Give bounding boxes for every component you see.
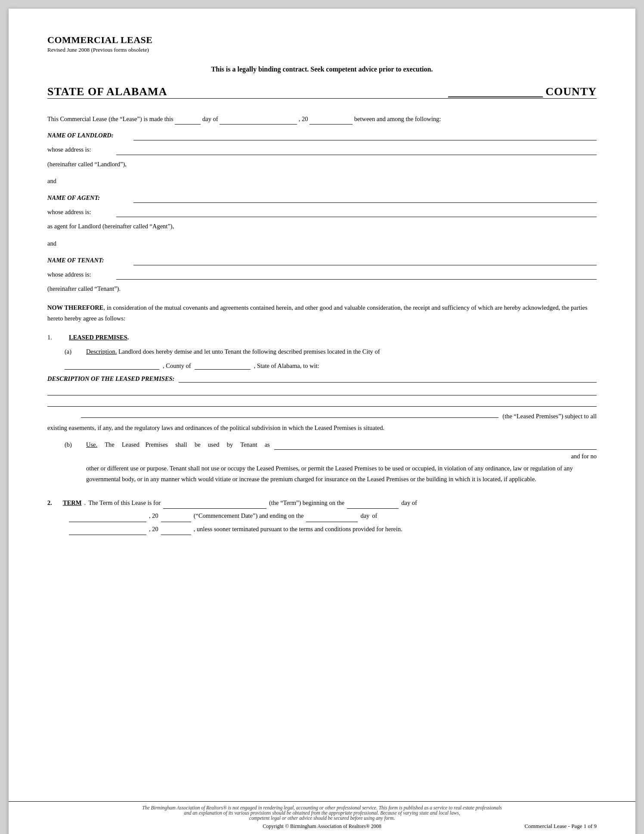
footer-disclaimer3: competent legal or other advice should b… [47, 815, 597, 821]
desc-label-row: DESCRIPTION OF THE LEASED PREMISES: [47, 374, 597, 383]
footer-page-num: Commercial Lease - Page 1 of 9 [525, 823, 597, 830]
city-county-state-row: , County of , State of Alabama, to wit: [47, 361, 597, 370]
now-therefore: NOW THEREFORE, in consideration of the m… [47, 302, 597, 324]
day-blank[interactable] [175, 114, 201, 124]
landlord-address-label: whose address is: [47, 145, 116, 155]
section2-period: . [84, 497, 86, 509]
agent-address-label: whose address is: [47, 207, 116, 217]
footer-disclaimer1: The Birmingham Association of Realtors® … [47, 805, 597, 810]
leased-premises-note-row: (the “Leased Premises”) subject to all [47, 409, 597, 421]
desc-blank-line1[interactable] [47, 387, 597, 395]
state-alabama-label: , State of Alabama, to wit: [254, 362, 319, 370]
document-page: COMMERCIAL LEASE Revised June 2008 (Prev… [9, 9, 635, 834]
landlord-address-row: whose address is: [47, 145, 597, 155]
use-purpose-blank[interactable] [274, 441, 597, 450]
intro-day: day of [202, 115, 218, 122]
subsec-b-content: Use. The Leased Premises shall be used b… [86, 440, 597, 492]
state-title: STATE OF ALABAMA [47, 85, 167, 98]
tenant-name-row: NAME OF TENANT: [47, 255, 597, 265]
hereinafter-tenant: (hereinafter called “Tenant”). [47, 284, 597, 294]
section1-content: LEASED PREMISES. [69, 333, 597, 342]
term-year-blank1[interactable] [161, 510, 191, 522]
landlord-name-row: NAME OF LANDLORD: [47, 131, 597, 140]
tenant-name-field[interactable] [133, 257, 597, 265]
term-row-3: , 20 , unless sooner terminated pursuant… [47, 523, 597, 535]
use-label: Use. [86, 440, 97, 450]
term-unless: , unless sooner terminated pursuant to t… [194, 523, 402, 535]
now-therefore-text: , in consideration of the mutual covenan… [47, 304, 588, 322]
tenant-address-field[interactable] [116, 271, 597, 280]
use-as: as [261, 440, 269, 450]
tenant-address-row: whose address is: [47, 270, 597, 280]
term-20b: , 20 [149, 523, 158, 535]
city-blank-field[interactable] [65, 361, 159, 370]
footer-disclaimer2: and an explanation of its various provis… [47, 810, 597, 815]
use-row: Use. The Leased Premises shall be used b… [86, 440, 597, 450]
term-commencement: (“Commencement Date”) and ending on the [194, 510, 304, 522]
term-row-2: , 20 (“Commencement Date”) and ending on… [47, 510, 597, 522]
agent-name-row: NAME OF AGENT: [47, 193, 597, 203]
subsec-a-letter: (a) [65, 347, 77, 357]
and2: and [47, 239, 597, 249]
county-label: COUNTY [545, 85, 597, 98]
easements-text: existing easements, if any, and the regu… [47, 423, 597, 433]
and-for-row: and for no [86, 451, 597, 461]
and1: and [47, 176, 597, 186]
header-title: COMMERCIAL LEASE [47, 34, 597, 46]
county-blank-field[interactable] [448, 89, 543, 97]
landlord-name-label: NAME OF LANDLORD: [47, 131, 133, 140]
section2-text-term: (the “Term”) beginning on the [269, 497, 344, 509]
use-premises: Premises [144, 440, 168, 450]
term-year-blank2[interactable] [161, 523, 191, 535]
state-county-row: STATE OF ALABAMA COUNTY [47, 85, 597, 99]
landlord-name-field[interactable] [133, 132, 597, 140]
use-shall: shall [172, 440, 187, 450]
landlord-address-field[interactable] [116, 146, 597, 155]
footer-copyright: Copyright © Birmingham Association of Re… [47, 823, 597, 830]
subsec-a-text-pre: Landlord does hereby demise and let unto… [118, 348, 380, 355]
term-begin-blank[interactable] [347, 497, 399, 509]
term-month-blank2[interactable] [69, 523, 146, 535]
agent-address-field[interactable] [116, 208, 597, 217]
use-tenant: Tenant [237, 440, 257, 450]
legal-notice: This is a legally binding contract. Seek… [47, 65, 597, 73]
desc-line-field[interactable] [179, 374, 597, 383]
year-blank[interactable] [310, 114, 353, 124]
tenant-name-label: NAME OF TENANT: [47, 255, 133, 265]
section2-text-pre: The Term of this Lease is for [88, 497, 161, 509]
use-be: be [192, 440, 201, 450]
month-blank[interactable] [220, 114, 297, 124]
intro-post: between and among the following: [354, 115, 441, 122]
agent-name-label: NAME OF AGENT: [47, 193, 133, 203]
hereinafter-landlord: (hereinafter called “Landlord”), [47, 159, 597, 169]
county-line: COUNTY [448, 85, 597, 98]
leased-premises-note: (the “Leased Premises”) subject to all [502, 413, 597, 420]
desc-blank-line2[interactable] [47, 398, 597, 407]
subsec-a-row: (a) Description. Landlord does hereby de… [47, 347, 597, 357]
term-row-1: 2. TERM . The Term of this Lease is for … [47, 497, 597, 509]
term-duration-blank[interactable] [163, 497, 266, 509]
intro-line: This Commercial Lease (the “Lease”) is m… [47, 114, 597, 124]
term-month-blank1[interactable] [69, 510, 146, 522]
intro-pre: This Commercial Lease (the “Lease”) is m… [47, 115, 173, 122]
term-day: day [360, 510, 369, 522]
term-end-blank[interactable] [306, 510, 358, 522]
tenant-address-label: whose address is: [47, 270, 116, 280]
agent-address-row: whose address is: [47, 207, 597, 217]
section1-num: 1. [47, 333, 60, 342]
section1-row: 1. LEASED PREMISES. [47, 333, 597, 342]
term-comma-20: , 20 [149, 510, 158, 522]
subsec-b-letter: (b) [65, 440, 77, 492]
term-of2: of [372, 510, 377, 522]
agent-name-field[interactable] [133, 194, 597, 203]
desc-label-text: DESCRIPTION OF THE LEASED PREMISES: [47, 375, 174, 383]
county-of-blank[interactable] [195, 361, 251, 370]
intro-comma20: , 20 [299, 115, 308, 122]
header-subtitle: Revised June 2008 (Previous forms obsole… [47, 47, 597, 53]
section2-term: 2. TERM . The Term of this Lease is for … [47, 497, 597, 535]
county-of-label: , County of [163, 362, 191, 370]
use-used: used [205, 440, 220, 450]
other-use-text: other or different use or purpose. Tenan… [86, 463, 597, 484]
and-for-no-text: and for no [571, 451, 597, 461]
now-therefore-bold: NOW THEREFORE [47, 304, 103, 311]
